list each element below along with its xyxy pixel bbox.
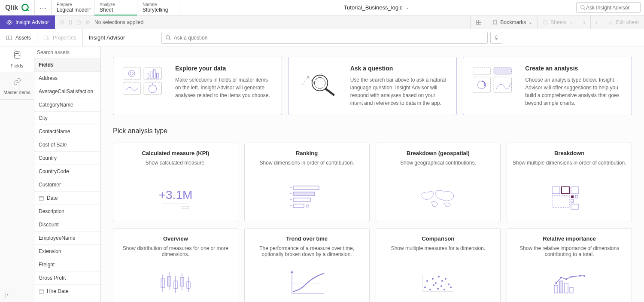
field-label: Hire Date bbox=[47, 288, 69, 294]
nav-tab-storytelling[interactable]: NarrateStorytelling bbox=[137, 0, 180, 15]
panel-icon bbox=[6, 35, 12, 41]
svg-point-82 bbox=[444, 289, 445, 290]
chevron-down-icon: ⌄ bbox=[529, 20, 532, 24]
nav-tab-logical-model[interactable]: PrepareLogical model⌄ bbox=[52, 0, 94, 15]
illustration bbox=[296, 65, 343, 97]
info-card-title: Ask a question bbox=[350, 65, 449, 72]
svg-rect-89 bbox=[559, 281, 563, 293]
selections-tool-icon[interactable] bbox=[470, 15, 487, 29]
prev-sheet-button[interactable]: ‹ bbox=[578, 15, 590, 29]
clear-selections-icon[interactable]: ⊘ bbox=[85, 19, 90, 25]
collapse-rail-button[interactable]: |← bbox=[0, 287, 34, 302]
svg-rect-88 bbox=[554, 285, 558, 293]
field-item[interactable]: Discount bbox=[34, 218, 100, 232]
field-label: City bbox=[39, 115, 48, 121]
assets-toggle[interactable]: Assets bbox=[0, 29, 37, 46]
ask-insight-input[interactable] bbox=[586, 5, 637, 11]
field-item[interactable]: Hire Date bbox=[34, 285, 100, 298]
asset-list[interactable]: AddressAverageCallSatisfactionCategoryNa… bbox=[34, 72, 100, 302]
field-item[interactable]: Date bbox=[34, 192, 100, 205]
chevron-down-icon[interactable]: ⌄ bbox=[406, 5, 409, 10]
info-card: Explore your dataMake selections in fiel… bbox=[113, 57, 282, 115]
step-forward-icon[interactable]: ⟩⟩ bbox=[77, 19, 81, 25]
field-label: Discount bbox=[39, 222, 59, 228]
sheets-button[interactable]: Sheets ⌄ bbox=[537, 15, 577, 29]
analysis-type-card[interactable]: Breakdown (geospatial)Show geographical … bbox=[376, 143, 501, 222]
analysis-thumb bbox=[512, 180, 626, 215]
chevron-down-icon[interactable]: ⌄ bbox=[88, 5, 91, 10]
analysis-thumb bbox=[381, 180, 495, 215]
analysis-type-desc: The performance of a measure over time, … bbox=[250, 245, 364, 259]
field-item[interactable]: Country bbox=[34, 152, 100, 165]
insight-advisor-button[interactable]: Insight Advisor bbox=[0, 15, 55, 29]
page-title: Insight Advisor bbox=[83, 34, 131, 41]
more-menu-button[interactable]: ⋯ bbox=[34, 0, 52, 15]
field-item[interactable]: City bbox=[34, 112, 100, 125]
analysis-type-title: Relative importance bbox=[512, 235, 626, 242]
nav-tab-sheet[interactable]: AnalyzeSheet bbox=[94, 0, 137, 15]
edit-sheet-button[interactable]: Edit sheet bbox=[603, 15, 644, 29]
field-label: Date bbox=[47, 195, 58, 201]
svg-rect-9 bbox=[9, 36, 12, 40]
field-item[interactable]: Freight bbox=[34, 258, 100, 271]
search-icon bbox=[580, 5, 586, 11]
svg-rect-13 bbox=[495, 35, 497, 38]
next-sheet-button[interactable]: › bbox=[590, 15, 603, 29]
analysis-type-card[interactable]: Calculated measure (KPI)Show calculated … bbox=[113, 143, 238, 222]
field-item[interactable]: AverageCallSatisfaction bbox=[34, 85, 100, 98]
field-item[interactable]: ContactName bbox=[34, 125, 100, 138]
info-card: Ask a questionUse the search bar above t… bbox=[288, 57, 457, 115]
app-title[interactable]: Tutorial_Business_logic bbox=[344, 4, 403, 11]
svg-rect-50 bbox=[552, 187, 560, 194]
svg-point-80 bbox=[440, 285, 442, 287]
svg-point-27 bbox=[149, 85, 156, 93]
asset-search-input[interactable] bbox=[37, 49, 98, 55]
field-item[interactable]: Address bbox=[34, 72, 100, 85]
rail-master-items[interactable]: Master items bbox=[0, 73, 34, 100]
field-item[interactable]: CategoryName bbox=[34, 98, 100, 112]
step-back-icon[interactable]: ⟨⟨ bbox=[68, 19, 73, 25]
bookmarks-button[interactable]: Bookmarks ⌄ bbox=[487, 15, 537, 29]
analysis-thumb: +3.1M bbox=[118, 180, 233, 215]
svg-point-85 bbox=[450, 287, 452, 288]
svg-point-73 bbox=[426, 280, 428, 282]
question-input[interactable] bbox=[174, 35, 484, 41]
analysis-type-card[interactable]: Trend over timeThe performance of a meas… bbox=[244, 228, 370, 302]
field-item[interactable]: Cost of Sale bbox=[34, 138, 100, 152]
analysis-type-desc: Show calculated measure. bbox=[118, 160, 233, 174]
analysis-type-card[interactable]: ComparisonShow multiple measures for a d… bbox=[376, 228, 501, 302]
analysis-type-desc: Show distribution of measures for one or… bbox=[118, 245, 233, 259]
analysis-type-card[interactable]: RankingShow dimensions in order of contr… bbox=[244, 143, 370, 222]
field-item[interactable]: Extension bbox=[34, 245, 100, 258]
nav-tab-label: Prepare bbox=[57, 2, 89, 7]
analysis-type-card[interactable]: OverviewShow distribution of measures fo… bbox=[113, 228, 238, 302]
smart-search-icon[interactable]: ⊡ bbox=[59, 19, 64, 25]
svg-rect-57 bbox=[571, 204, 579, 209]
svg-point-93 bbox=[560, 277, 562, 278]
field-label: Extension bbox=[39, 248, 61, 254]
analysis-type-desc: Show multiple dimensions in order of con… bbox=[512, 160, 626, 174]
field-label: Address bbox=[39, 75, 58, 81]
svg-rect-24 bbox=[157, 73, 159, 78]
svg-point-74 bbox=[429, 289, 431, 290]
question-search-box[interactable] bbox=[161, 32, 488, 44]
field-item[interactable]: Customer bbox=[34, 178, 100, 192]
info-card: Create an analysisChoose an analysis typ… bbox=[463, 57, 632, 115]
svg-point-83 bbox=[445, 278, 447, 280]
svg-rect-48 bbox=[293, 204, 304, 207]
selection-tools: ⊡ ⟨⟨ ⟩⟩ ⊘ No selections applied bbox=[55, 15, 148, 29]
analysis-type-title: Overview bbox=[118, 235, 233, 242]
info-card-text: Choose an analysis type below. Insight A… bbox=[525, 76, 624, 107]
field-item[interactable]: Gross Profit bbox=[34, 271, 100, 285]
microphone-button[interactable] bbox=[490, 32, 502, 44]
svg-rect-15 bbox=[39, 196, 44, 200]
analysis-type-card[interactable]: Relative importanceShow the relative imp… bbox=[507, 228, 632, 302]
field-item[interactable]: Description bbox=[34, 205, 100, 218]
analysis-type-card[interactable]: BreakdownShow multiple dimensions in ord… bbox=[507, 143, 632, 222]
field-label: Description bbox=[39, 208, 64, 214]
ask-insight-top[interactable] bbox=[576, 2, 641, 13]
field-item[interactable]: CountryCode bbox=[34, 165, 100, 178]
field-item[interactable]: EmployeeName bbox=[34, 232, 100, 245]
svg-rect-16 bbox=[39, 290, 44, 293]
rail-fields[interactable]: Fields bbox=[0, 46, 34, 73]
